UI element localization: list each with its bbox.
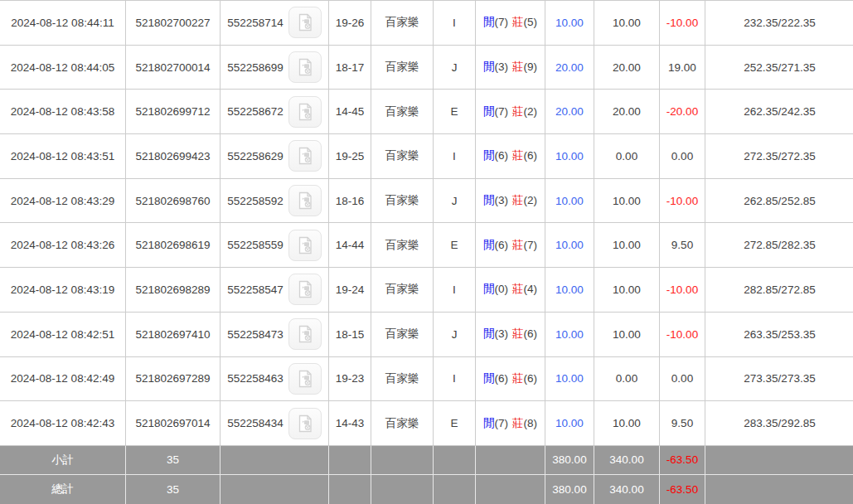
shoe-round: 19-25 [329, 134, 371, 179]
win-loss: 9.50 [660, 223, 705, 268]
total-count: 35 [126, 474, 221, 504]
bet-amount[interactable]: 20.00 [545, 90, 594, 134]
table-row: 2024-08-12 08:43:26 521802698619 5522585… [0, 223, 853, 268]
banker-points: (6) [524, 372, 538, 385]
video-replay-button[interactable] [288, 318, 322, 350]
bet-amount[interactable]: 10.00 [545, 356, 594, 401]
valid-amount: 10.00 [594, 268, 660, 313]
video-replay-button[interactable] [288, 408, 322, 439]
balance: 272.35/272.35 [705, 134, 853, 179]
result-cell: 閒(6)莊(6) [476, 134, 545, 179]
player-points: (7) [495, 417, 509, 429]
banker-label: 莊 [512, 61, 524, 73]
video-replay-button[interactable] [288, 185, 322, 216]
video-replay-button[interactable] [288, 140, 322, 172]
table-row: 2024-08-12 08:44:11 521802700227 5522587… [0, 1, 853, 46]
round-id-cell: 552258629 [221, 134, 329, 179]
player-label: 閒 [483, 327, 495, 340]
balance: 262.85/252.85 [705, 178, 853, 223]
game-name: 百家樂 [371, 401, 434, 446]
bet-id: 521802698289 [126, 268, 221, 313]
win-loss: 9.50 [660, 401, 705, 446]
bet-time: 2024-08-12 08:42:43 [0, 401, 126, 446]
valid-amount: 10.00 [594, 1, 660, 46]
bet-amount[interactable]: 10.00 [545, 1, 594, 46]
bet-time: 2024-08-12 08:42:49 [0, 356, 126, 401]
video-record-icon [295, 324, 315, 344]
banker-label: 莊 [512, 283, 524, 295]
table-row: 2024-08-12 08:42:49 521802697289 5522584… [0, 356, 853, 401]
balance: 263.35/253.35 [705, 312, 853, 356]
banker-label: 莊 [512, 239, 524, 251]
bet-amount[interactable]: 10.00 [545, 401, 594, 446]
round-id-cell: 552258592 [221, 178, 329, 223]
video-replay-button[interactable] [288, 230, 322, 261]
win-loss: 0.00 [660, 134, 705, 179]
video-replay-button[interactable] [288, 274, 322, 305]
player-label: 閒 [483, 239, 495, 251]
result-cell: 閒(3)莊(6) [476, 312, 545, 356]
subtotal-row: 小計 35 380.00 340.00 -63.50 [0, 445, 853, 474]
banker-points: (2) [524, 194, 538, 206]
player-label: 閒 [483, 105, 495, 118]
video-record-icon [295, 369, 315, 389]
seat-letter: I [434, 1, 476, 46]
balance: 272.85/282.35 [705, 223, 853, 268]
bet-id: 521802700014 [126, 45, 221, 90]
bet-id: 521802698760 [126, 178, 221, 223]
balance: 273.35/273.35 [705, 356, 853, 401]
shoe-round: 19-23 [329, 356, 371, 401]
player-label: 閒 [483, 194, 495, 206]
game-name: 百家樂 [371, 268, 434, 313]
valid-amount: 10.00 [594, 401, 660, 446]
video-replay-button[interactable] [288, 51, 322, 83]
bet-amount[interactable]: 10.00 [545, 178, 594, 223]
result-cell: 閒(7)莊(2) [476, 90, 545, 134]
seat-letter: J [434, 45, 476, 90]
footer-win: -63.50 [660, 474, 705, 504]
valid-amount: 0.00 [594, 134, 660, 179]
win-loss: 19.00 [660, 45, 705, 90]
bet-amount[interactable]: 10.00 [545, 223, 594, 268]
bet-time: 2024-08-12 08:44:11 [0, 1, 126, 46]
balance: 252.35/271.35 [705, 45, 853, 90]
win-loss: -10.00 [660, 312, 705, 356]
bet-time: 2024-08-12 08:43:51 [0, 134, 126, 179]
result-cell: 閒(0)莊(4) [476, 268, 545, 313]
round-id-cell: 552258714 [221, 1, 329, 46]
shoe-round: 18-16 [329, 178, 371, 223]
round-id: 552258592 [227, 195, 284, 207]
win-loss: -20.00 [660, 90, 705, 134]
footer-win: -63.50 [660, 445, 705, 474]
player-points: (6) [495, 239, 509, 251]
seat-letter: I [434, 268, 476, 313]
shoe-round: 19-26 [329, 1, 371, 46]
total-row: 總計 35 380.00 340.00 -63.50 [0, 474, 853, 504]
video-replay-button[interactable] [288, 96, 322, 128]
bet-amount[interactable]: 10.00 [545, 312, 594, 356]
video-record-icon [295, 12, 315, 32]
player-points: (3) [495, 61, 509, 73]
bet-id: 521802699712 [126, 90, 221, 134]
round-id: 552258463 [227, 372, 284, 385]
seat-letter: I [434, 134, 476, 179]
bet-records-table: 2024-08-12 08:44:11 521802700227 5522587… [0, 0, 853, 504]
video-record-icon [295, 146, 315, 166]
game-name: 百家樂 [371, 356, 434, 401]
bet-amount[interactable]: 10.00 [545, 268, 594, 313]
video-replay-button[interactable] [288, 7, 322, 38]
subtotal-valid: 340.00 [594, 445, 660, 474]
bet-amount[interactable]: 10.00 [545, 134, 594, 179]
balance: 282.85/272.85 [705, 268, 853, 313]
bet-amount[interactable]: 20.00 [545, 45, 594, 90]
win-loss: -10.00 [660, 178, 705, 223]
bet-id: 521802697410 [126, 312, 221, 356]
video-replay-button[interactable] [288, 363, 322, 395]
shoe-round: 18-15 [329, 312, 371, 356]
video-record-icon [295, 279, 315, 299]
shoe-round: 14-45 [329, 90, 371, 134]
table-row: 2024-08-12 08:44:05 521802700014 5522586… [0, 45, 853, 90]
round-id-cell: 552258672 [221, 90, 329, 134]
round-id: 552258629 [227, 150, 284, 162]
valid-amount: 10.00 [594, 223, 660, 268]
